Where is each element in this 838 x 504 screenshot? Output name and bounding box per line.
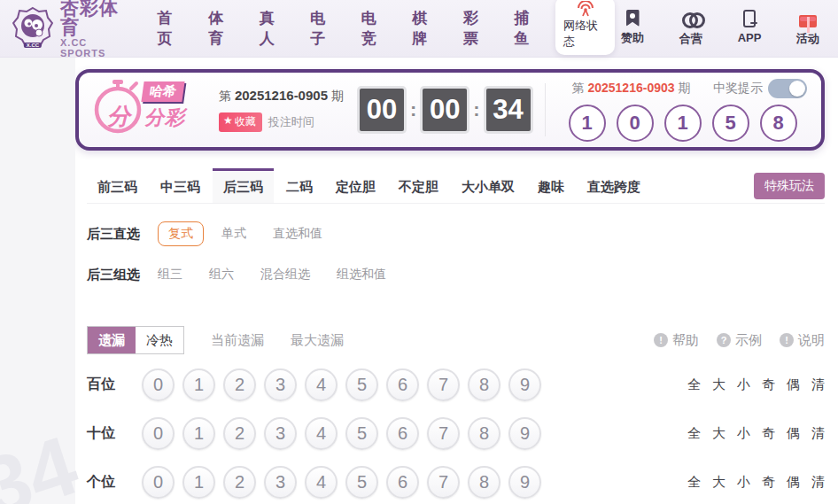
digit-ball[interactable]: 9 (508, 417, 541, 450)
digit-ball[interactable]: 7 (427, 417, 460, 450)
nav-item[interactable]: 棋牌 (412, 8, 439, 49)
quick-select[interactable]: 清 (811, 376, 825, 393)
digit-ball[interactable]: 8 (468, 417, 500, 450)
exclamation-icon: ! (780, 333, 794, 347)
bet-option[interactable]: 组选和值 (337, 267, 386, 283)
tab[interactable]: 直选跨度 (577, 168, 651, 203)
digit-ball[interactable]: 5 (345, 368, 378, 401)
quick-select[interactable]: 全 (687, 474, 701, 491)
quick-select[interactable]: 大 (712, 474, 725, 491)
quick-select[interactable]: 偶 (787, 376, 800, 393)
favorite-badge[interactable]: ★ 收藏 (219, 112, 262, 132)
result-ball: 1 (664, 105, 702, 142)
quick-link-sponsor[interactable]: 赞助 (615, 10, 650, 47)
tab[interactable]: 前三码 (87, 168, 148, 203)
digit-ball[interactable]: 4 (305, 417, 338, 450)
nav-item[interactable]: 体育 (208, 8, 236, 49)
quick-link-partner[interactable]: 合营 (673, 10, 709, 47)
quick-link-label: 活动 (796, 31, 819, 47)
quick-select[interactable]: 偶 (787, 425, 800, 442)
digit-ball[interactable]: 8 (468, 466, 500, 499)
segment-inactive[interactable]: 冷热 (136, 327, 183, 353)
row-label: 十位 (87, 424, 142, 443)
bet-option[interactable]: 组六 (209, 267, 234, 283)
quick-select[interactable]: 奇 (762, 376, 775, 393)
bet-option[interactable]: 单式 (221, 226, 246, 242)
help-link[interactable]: ?示例 (717, 332, 762, 349)
digit-ball[interactable]: 5 (345, 417, 378, 450)
bet-group-label: 后三直选 (87, 226, 158, 243)
digit-ball[interactable]: 3 (264, 417, 297, 450)
countdown-hours: 00 (360, 89, 404, 131)
nav-item[interactable]: 电竞 (361, 8, 389, 49)
digit-ball[interactable]: 0 (142, 466, 175, 499)
nav-item[interactable]: 电子 (310, 8, 338, 49)
tab[interactable]: 定位胆 (325, 168, 386, 203)
nav-item[interactable]: 彩票 (463, 8, 491, 49)
stat-link[interactable]: 最大遗漏 (291, 332, 344, 349)
quick-select[interactable]: 全 (687, 425, 701, 442)
digit-ball[interactable]: 9 (508, 466, 541, 499)
handshake-icon (682, 10, 700, 27)
digit-ball[interactable]: 2 (223, 466, 256, 499)
result-issue-number: 20251216-0903 (587, 81, 674, 95)
segment-active[interactable]: 遗漏 (88, 327, 136, 353)
tab[interactable]: 二码 (275, 168, 323, 203)
digit-ball[interactable]: 8 (468, 368, 500, 401)
help-link[interactable]: !帮助 (654, 332, 699, 349)
quick-link-activity[interactable]: 活动 (790, 10, 826, 47)
digit-ball[interactable]: 2 (223, 417, 256, 450)
digit-ball[interactable]: 2 (223, 368, 256, 401)
quick-select[interactable]: 小 (737, 474, 750, 491)
digit-ball[interactable]: 1 (182, 466, 215, 499)
quick-select[interactable]: 清 (811, 474, 825, 491)
win-tip-toggle[interactable] (768, 79, 807, 98)
special-play-button[interactable]: 特殊玩法 (754, 173, 825, 199)
game-name-char: 分 (107, 101, 130, 132)
digit-ball[interactable]: 4 (305, 368, 338, 401)
digit-ball[interactable]: 3 (264, 466, 297, 499)
countdown-seconds: 34 (486, 89, 531, 131)
nav-item[interactable]: 捕鱼 (514, 8, 541, 49)
digit-ball[interactable]: 0 (142, 368, 175, 401)
quick-select[interactable]: 奇 (762, 425, 775, 442)
tab[interactable]: 不定胆 (388, 168, 449, 203)
bet-option[interactable]: 混合组选 (260, 267, 310, 283)
nav-item[interactable]: 真人 (260, 8, 287, 49)
digit-ball[interactable]: 3 (264, 368, 297, 401)
quick-select[interactable]: 全 (687, 376, 701, 393)
quick-select[interactable]: 清 (811, 425, 825, 442)
digit-ball[interactable]: 4 (305, 466, 338, 499)
bet-option[interactable]: 复式 (158, 221, 204, 246)
quick-select[interactable]: 偶 (787, 474, 800, 491)
quick-select[interactable]: 小 (737, 376, 750, 393)
nav-item[interactable]: 首页 (158, 8, 185, 49)
network-status-card[interactable]: 网络状态 (555, 0, 615, 55)
tab[interactable]: 后三码 (213, 168, 274, 203)
bet-type-groups: 后三直选复式单式直选和值后三组选组三组六混合组选组选和值 (87, 218, 825, 291)
quick-link-app[interactable]: APP (732, 10, 767, 47)
digit-ball[interactable]: 6 (386, 417, 419, 450)
tab[interactable]: 趣味 (527, 168, 575, 203)
digit-ball[interactable]: 6 (386, 368, 419, 401)
stat-link[interactable]: 当前遗漏 (211, 332, 264, 349)
digit-ball[interactable]: 0 (142, 417, 175, 450)
digit-ball[interactable]: 5 (345, 466, 378, 499)
digit-ball[interactable]: 9 (508, 368, 541, 401)
quick-select[interactable]: 奇 (762, 474, 775, 491)
bet-group: 后三直选复式单式直选和值 (87, 218, 825, 250)
digit-ball[interactable]: 1 (182, 368, 215, 401)
digit-ball[interactable]: 7 (427, 466, 460, 499)
quick-select[interactable]: 大 (712, 376, 725, 393)
brand-logo[interactable]: X.CC 杏彩体育 X.CC SPORTS (12, 0, 131, 58)
digit-ball[interactable]: 6 (386, 466, 419, 499)
quick-select[interactable]: 大 (712, 425, 725, 442)
tab[interactable]: 中三码 (150, 168, 211, 203)
tab[interactable]: 大小单双 (451, 168, 525, 203)
help-link[interactable]: !说明 (780, 332, 825, 349)
digit-ball[interactable]: 7 (427, 368, 460, 401)
quick-select[interactable]: 小 (737, 425, 750, 442)
bet-option[interactable]: 直选和值 (273, 226, 322, 242)
bet-option[interactable]: 组三 (158, 267, 182, 283)
digit-ball[interactable]: 1 (182, 417, 215, 450)
